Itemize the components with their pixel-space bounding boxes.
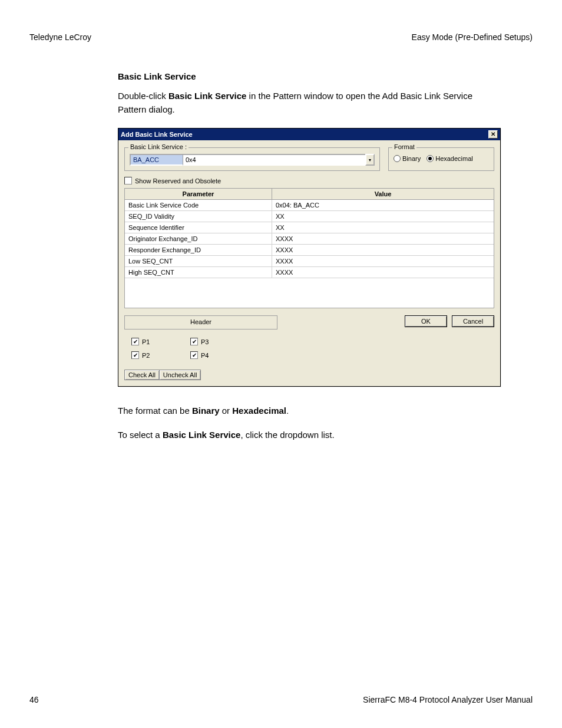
port-p1-label: P1 [142, 338, 150, 345]
table-row[interactable]: SEQ_ID Validity XX [125, 211, 494, 222]
param-cell: SEQ_ID Validity [125, 211, 272, 222]
param-cell: Originator Exchange_ID [125, 233, 272, 244]
port-p2-checkbox[interactable]: ✔ [131, 351, 139, 359]
value-cell[interactable]: XXXX [272, 233, 494, 244]
port-p2-label: P2 [142, 352, 150, 359]
table-row[interactable]: Originator Exchange_ID XXXX [125, 233, 494, 245]
show-reserved-label: Show Reserved and Obsolete [135, 177, 221, 185]
value-cell[interactable]: 0x04: BA_ACC [272, 200, 494, 210]
format-fieldset: Format Binary Hexadecimal [388, 147, 494, 171]
p2-b2: Hexadecimal [232, 406, 286, 416]
param-cell: Basic Link Service Code [125, 200, 272, 210]
p2-t1: The format can be [118, 406, 192, 416]
format-paragraph: The format can be Binary or Hexadecimal. [118, 404, 503, 418]
radio-binary-label: Binary [402, 155, 421, 162]
header-left: Teledyne LeCroy [29, 32, 91, 42]
radio-binary[interactable] [394, 155, 401, 162]
port-p4-label: P4 [201, 352, 209, 359]
intro-pre: Double-click [118, 91, 168, 101]
col-value: Value [272, 189, 494, 199]
check-all-button[interactable]: Check All [124, 370, 159, 380]
p2-t3: . [286, 406, 289, 416]
value-cell[interactable]: XXXX [272, 256, 494, 266]
table-row[interactable]: High SEQ_CNT XXXX [125, 267, 494, 278]
port-p4-checkbox[interactable]: ✔ [190, 351, 198, 359]
basic-link-service-fieldset: Basic Link Service : BA_ACC 0x4 ▼ [124, 147, 380, 171]
dialog-titlebar: Add Basic Link Service ✕ [118, 129, 500, 140]
port-p3-label: P3 [201, 338, 209, 345]
value-cell[interactable]: XXXX [272, 245, 494, 255]
p3-t2: , click the dropdown list. [240, 430, 334, 440]
page-number: 46 [29, 695, 39, 704]
header-button[interactable]: Header [124, 315, 277, 330]
show-reserved-checkbox[interactable] [124, 177, 132, 185]
ok-button[interactable]: OK [405, 315, 447, 327]
port-p1-checkbox[interactable]: ✔ [131, 338, 139, 345]
p2-t2: or [220, 406, 233, 416]
port-p3-checkbox[interactable]: ✔ [190, 338, 198, 345]
param-cell: Sequence Identifier [125, 222, 272, 233]
p2-b1: Binary [192, 406, 220, 416]
intro-bold: Basic Link Service [168, 91, 247, 101]
bls-dropdown-code: 0x4 [183, 154, 365, 166]
param-cell: Responder Exchange_ID [125, 245, 272, 255]
radio-hexadecimal[interactable] [427, 155, 434, 162]
param-cell: High SEQ_CNT [125, 267, 272, 278]
radio-hexadecimal-label: Hexadecimal [435, 155, 473, 162]
parameter-grid: Parameter Value Basic Link Service Code … [124, 188, 494, 308]
intro-paragraph: Double-click Basic Link Service in the P… [118, 90, 503, 116]
bls-legend: Basic Link Service : [128, 143, 189, 150]
select-paragraph: To select a Basic Link Service, click th… [118, 429, 503, 442]
value-cell[interactable]: XXXX [272, 267, 494, 278]
bls-dropdown[interactable]: BA_ACC 0x4 ▼ [130, 154, 375, 166]
uncheck-all-button[interactable]: Uncheck All [159, 370, 201, 380]
col-parameter: Parameter [125, 189, 272, 199]
table-row[interactable]: Responder Exchange_ID XXXX [125, 245, 494, 256]
table-row[interactable]: Low SEQ_CNT XXXX [125, 256, 494, 267]
format-legend: Format [392, 143, 416, 150]
cancel-button[interactable]: Cancel [452, 315, 494, 327]
chevron-down-icon[interactable]: ▼ [365, 154, 375, 166]
close-button[interactable]: ✕ [488, 130, 498, 139]
table-row[interactable]: Basic Link Service Code 0x04: BA_ACC [125, 200, 494, 211]
value-cell[interactable]: XX [272, 222, 494, 233]
bls-dropdown-name: BA_ACC [130, 154, 183, 166]
port-checkbox-group: ✔ P1 ✔ P3 ✔ P2 ✔ P4 [124, 338, 277, 359]
value-cell[interactable]: XX [272, 211, 494, 222]
grid-blank-area [125, 278, 494, 308]
p3-b1: Basic Link Service [163, 430, 241, 440]
table-row[interactable]: Sequence Identifier XX [125, 222, 494, 233]
header-right: Easy Mode (Pre-Defined Setups) [412, 32, 533, 42]
section-heading: Basic Link Service [118, 71, 503, 81]
dialog-title: Add Basic Link Service [121, 131, 193, 138]
add-basic-link-service-dialog: Add Basic Link Service ✕ Basic Link Serv… [118, 128, 501, 387]
param-cell: Low SEQ_CNT [125, 256, 272, 266]
manual-title: SierraFC M8-4 Protocol Analyzer User Man… [363, 695, 533, 704]
p3-t1: To select a [118, 430, 163, 440]
